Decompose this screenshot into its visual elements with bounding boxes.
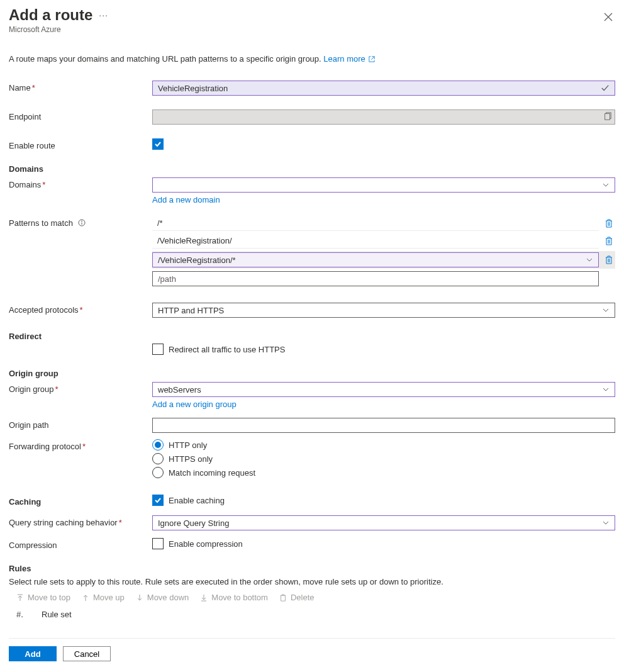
more-icon[interactable]: ··· xyxy=(99,10,108,20)
radio-label: Match incoming request xyxy=(169,468,255,478)
redirect-https-label: Redirect all traffic to use HTTPS xyxy=(169,345,285,354)
delete-pattern-button[interactable] xyxy=(603,219,615,228)
close-icon xyxy=(604,13,613,21)
copy-icon[interactable] xyxy=(603,112,612,123)
close-button[interactable] xyxy=(601,10,615,26)
add-origin-group-link[interactable]: Add a new origin group xyxy=(152,400,237,409)
add-domain-link[interactable]: Add a new domain xyxy=(152,195,220,204)
svg-rect-2 xyxy=(605,113,610,120)
delete-pattern-button[interactable] xyxy=(603,255,615,264)
rules-subtext: Select rule sets to apply to this route.… xyxy=(9,577,615,586)
query-caching-dropdown[interactable]: Ignore Query String xyxy=(152,515,615,530)
redirect-https-checkbox[interactable] xyxy=(152,344,164,355)
delete-button[interactable]: Delete xyxy=(279,593,315,602)
accepted-protocols-dropdown[interactable]: HTTP and HTTPS xyxy=(152,303,615,318)
enable-compression-label: Enable compression xyxy=(169,539,243,549)
col-num-header: #. xyxy=(16,610,42,619)
move-top-button[interactable]: Move to top xyxy=(16,593,70,602)
forwarding-protocol-radio-https[interactable] xyxy=(152,453,164,464)
redirect-heading: Redirect xyxy=(9,332,615,341)
chevron-down-icon xyxy=(602,386,610,393)
endpoint-input xyxy=(152,109,615,125)
radio-label: HTTPS only xyxy=(169,454,213,464)
description-text: A route maps your domains and matching U… xyxy=(9,54,615,64)
info-icon[interactable] xyxy=(78,219,86,228)
chevron-down-icon xyxy=(586,256,593,264)
compression-label: Compression xyxy=(9,538,152,550)
chevron-down-icon xyxy=(602,181,610,189)
move-bottom-button[interactable]: Move to bottom xyxy=(200,593,268,602)
query-caching-label: Query string caching behavior* xyxy=(9,515,152,527)
move-up-button[interactable]: Move up xyxy=(82,593,125,602)
forwarding-protocol-radio-http[interactable] xyxy=(152,439,164,451)
origin-group-dropdown[interactable]: webServers xyxy=(152,382,615,397)
rules-toolbar: Move to top Move up Move down Move to bo… xyxy=(9,593,615,602)
panel-subtitle: Microsoft Azure xyxy=(9,25,108,34)
pattern-item[interactable]: /VehicleRegistration/ xyxy=(152,233,599,249)
svg-point-5 xyxy=(81,221,82,221)
pattern-item[interactable]: /* xyxy=(152,216,599,231)
external-link-icon xyxy=(369,55,375,64)
caching-heading: Caching xyxy=(9,495,152,507)
panel-title: Add a route xyxy=(9,6,92,24)
domains-label: Domains* xyxy=(9,177,152,189)
path-input[interactable]: /path xyxy=(152,271,599,286)
name-label: Name* xyxy=(9,81,152,92)
accepted-protocols-label: Accepted protocols* xyxy=(9,303,152,315)
move-down-button[interactable]: Move down xyxy=(136,593,189,602)
enable-route-label: Enable route xyxy=(9,138,152,150)
cancel-button[interactable]: Cancel xyxy=(63,646,111,661)
learn-more-link[interactable]: Learn more xyxy=(323,54,365,64)
forwarding-protocol-label: Forwarding protocol* xyxy=(9,439,152,451)
chevron-down-icon xyxy=(602,306,610,314)
chevron-down-icon xyxy=(602,519,610,527)
delete-pattern-button[interactable] xyxy=(603,237,615,245)
endpoint-label: Endpoint xyxy=(9,109,152,121)
forwarding-protocol-radio-match[interactable] xyxy=(152,467,164,478)
rules-heading: Rules xyxy=(9,564,615,573)
radio-label: HTTP only xyxy=(169,440,207,450)
origin-path-label: Origin path xyxy=(9,418,152,430)
domains-heading: Domains xyxy=(9,164,615,174)
origin-path-input[interactable] xyxy=(152,418,615,433)
origin-group-label: Origin group* xyxy=(9,382,152,394)
add-button[interactable]: Add xyxy=(9,646,57,661)
col-ruleset-header: Rule set xyxy=(42,610,72,619)
check-icon xyxy=(601,84,610,92)
patterns-label: Patterns to match xyxy=(9,216,152,228)
enable-route-checkbox[interactable] xyxy=(152,138,164,150)
enable-caching-checkbox[interactable] xyxy=(152,495,164,506)
origin-group-heading: Origin group xyxy=(9,369,615,378)
pattern-item-active[interactable]: /VehicleRegistration/* xyxy=(152,252,599,267)
name-input[interactable]: VehicleRegistration xyxy=(152,81,615,96)
panel-header: Add a route ··· Microsoft Azure xyxy=(9,6,615,34)
enable-caching-label: Enable caching xyxy=(169,496,225,505)
rules-table-header: #. Rule set xyxy=(9,610,615,619)
domains-dropdown[interactable] xyxy=(152,177,615,193)
enable-compression-checkbox[interactable] xyxy=(152,538,164,549)
